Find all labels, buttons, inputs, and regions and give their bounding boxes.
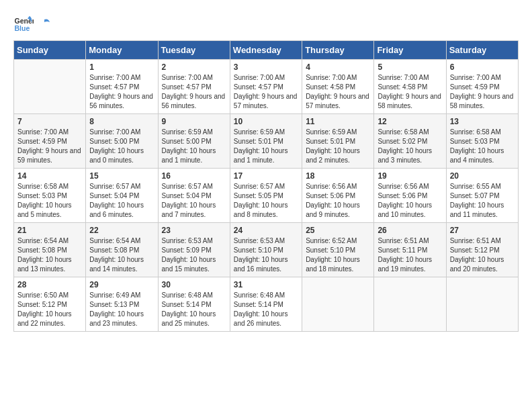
header-day-saturday: Saturday xyxy=(446,41,518,60)
calendar-cell xyxy=(14,60,86,114)
calendar-cell: 2Sunrise: 7:00 AMSunset: 4:57 PMDaylight… xyxy=(158,60,230,114)
day-info: Sunrise: 6:51 AMSunset: 5:12 PMDaylight:… xyxy=(450,236,515,274)
day-number: 27 xyxy=(450,226,515,235)
day-info: Sunrise: 6:51 AMSunset: 5:11 PMDaylight:… xyxy=(378,236,442,274)
calendar-cell: 14Sunrise: 6:58 AMSunset: 5:03 PMDayligh… xyxy=(14,169,86,223)
logo-bird-icon xyxy=(38,17,51,30)
day-info: Sunrise: 6:54 AMSunset: 5:08 PMDaylight:… xyxy=(89,236,154,274)
day-number: 21 xyxy=(17,226,82,235)
calendar-cell: 12Sunrise: 6:58 AMSunset: 5:02 PMDayligh… xyxy=(374,114,446,169)
day-number: 8 xyxy=(89,117,154,126)
calendar-week-row: 1Sunrise: 7:00 AMSunset: 4:57 PMDaylight… xyxy=(14,60,519,114)
calendar-table: SundayMondayTuesdayWednesdayThursdayFrid… xyxy=(13,40,519,332)
calendar-cell: 24Sunrise: 6:53 AMSunset: 5:10 PMDayligh… xyxy=(230,223,302,277)
day-info: Sunrise: 6:53 AMSunset: 5:09 PMDaylight:… xyxy=(162,236,226,274)
day-info: Sunrise: 7:00 AMSunset: 4:57 PMDaylight:… xyxy=(234,73,298,111)
day-info: Sunrise: 6:59 AMSunset: 5:01 PMDaylight:… xyxy=(234,128,298,165)
calendar-cell: 16Sunrise: 6:57 AMSunset: 5:04 PMDayligh… xyxy=(158,169,230,223)
header-day-monday: Monday xyxy=(86,41,158,60)
day-number: 19 xyxy=(378,171,442,181)
calendar-cell xyxy=(302,277,374,332)
calendar-cell: 18Sunrise: 6:56 AMSunset: 5:06 PMDayligh… xyxy=(302,169,374,223)
logo: General Blue xyxy=(13,13,51,34)
day-info: Sunrise: 6:58 AMSunset: 5:03 PMDaylight:… xyxy=(17,182,82,220)
calendar-header-row: SundayMondayTuesdayWednesdayThursdayFrid… xyxy=(14,41,519,60)
calendar-week-row: 7Sunrise: 7:00 AMSunset: 4:59 PMDaylight… xyxy=(14,114,519,169)
day-number: 7 xyxy=(17,117,82,126)
day-number: 11 xyxy=(306,117,370,126)
day-number: 5 xyxy=(378,62,442,72)
day-info: Sunrise: 7:00 AMSunset: 5:00 PMDaylight:… xyxy=(89,128,154,165)
calendar-cell: 28Sunrise: 6:50 AMSunset: 5:12 PMDayligh… xyxy=(14,277,86,332)
day-info: Sunrise: 6:48 AMSunset: 5:14 PMDaylight:… xyxy=(234,291,298,328)
calendar-week-row: 28Sunrise: 6:50 AMSunset: 5:12 PMDayligh… xyxy=(14,277,519,332)
day-info: Sunrise: 6:54 AMSunset: 5:08 PMDaylight:… xyxy=(17,236,82,274)
day-number: 2 xyxy=(162,62,226,72)
day-number: 12 xyxy=(378,117,442,126)
day-number: 1 xyxy=(89,62,154,72)
day-number: 18 xyxy=(306,171,370,181)
header-day-sunday: Sunday xyxy=(14,41,86,60)
calendar-cell: 26Sunrise: 6:51 AMSunset: 5:11 PMDayligh… xyxy=(374,223,446,277)
calendar-cell: 15Sunrise: 6:57 AMSunset: 5:04 PMDayligh… xyxy=(86,169,158,223)
calendar-cell: 25Sunrise: 6:52 AMSunset: 5:10 PMDayligh… xyxy=(302,223,374,277)
day-info: Sunrise: 6:55 AMSunset: 5:07 PMDaylight:… xyxy=(450,182,515,220)
logo-icon: General Blue xyxy=(13,13,34,34)
calendar-cell: 7Sunrise: 7:00 AMSunset: 4:59 PMDaylight… xyxy=(14,114,86,169)
day-info: Sunrise: 6:53 AMSunset: 5:10 PMDaylight:… xyxy=(234,236,298,274)
calendar-cell: 31Sunrise: 6:48 AMSunset: 5:14 PMDayligh… xyxy=(230,277,302,332)
day-number: 25 xyxy=(306,226,370,235)
calendar-cell: 17Sunrise: 6:57 AMSunset: 5:05 PMDayligh… xyxy=(230,169,302,223)
calendar-cell: 30Sunrise: 6:48 AMSunset: 5:14 PMDayligh… xyxy=(158,277,230,332)
day-info: Sunrise: 6:57 AMSunset: 5:04 PMDaylight:… xyxy=(89,182,154,220)
svg-text:Blue: Blue xyxy=(15,24,30,32)
day-info: Sunrise: 6:56 AMSunset: 5:06 PMDaylight:… xyxy=(306,182,370,220)
calendar-cell: 21Sunrise: 6:54 AMSunset: 5:08 PMDayligh… xyxy=(14,223,86,277)
day-number: 16 xyxy=(162,171,226,181)
day-info: Sunrise: 7:00 AMSunset: 4:59 PMDaylight:… xyxy=(17,128,82,165)
day-number: 9 xyxy=(162,117,226,126)
day-info: Sunrise: 7:00 AMSunset: 4:59 PMDaylight:… xyxy=(450,73,515,111)
day-number: 17 xyxy=(234,171,298,181)
day-info: Sunrise: 6:59 AMSunset: 5:01 PMDaylight:… xyxy=(306,128,370,165)
day-number: 24 xyxy=(234,226,298,235)
day-number: 31 xyxy=(234,280,298,289)
day-number: 30 xyxy=(162,280,226,289)
calendar-cell xyxy=(446,277,518,332)
calendar-cell: 27Sunrise: 6:51 AMSunset: 5:12 PMDayligh… xyxy=(446,223,518,277)
calendar-cell: 5Sunrise: 7:00 AMSunset: 4:58 PMDaylight… xyxy=(374,60,446,114)
day-number: 13 xyxy=(450,117,515,126)
day-number: 29 xyxy=(89,280,154,289)
day-info: Sunrise: 6:52 AMSunset: 5:10 PMDaylight:… xyxy=(306,236,370,274)
calendar-cell: 10Sunrise: 6:59 AMSunset: 5:01 PMDayligh… xyxy=(230,114,302,169)
header-day-friday: Friday xyxy=(374,41,446,60)
page-container: General Blue Sunday xyxy=(13,13,519,332)
day-info: Sunrise: 6:58 AMSunset: 5:02 PMDaylight:… xyxy=(378,128,442,165)
day-number: 20 xyxy=(450,171,515,181)
calendar-cell: 4Sunrise: 7:00 AMSunset: 4:58 PMDaylight… xyxy=(302,60,374,114)
calendar-cell: 19Sunrise: 6:56 AMSunset: 5:06 PMDayligh… xyxy=(374,169,446,223)
day-number: 28 xyxy=(17,280,82,289)
calendar-cell: 22Sunrise: 6:54 AMSunset: 5:08 PMDayligh… xyxy=(86,223,158,277)
day-info: Sunrise: 6:57 AMSunset: 5:04 PMDaylight:… xyxy=(162,182,226,220)
day-info: Sunrise: 7:00 AMSunset: 4:58 PMDaylight:… xyxy=(306,73,370,111)
calendar-cell: 9Sunrise: 6:59 AMSunset: 5:00 PMDaylight… xyxy=(158,114,230,169)
calendar-cell: 8Sunrise: 7:00 AMSunset: 5:00 PMDaylight… xyxy=(86,114,158,169)
calendar-cell xyxy=(374,277,446,332)
header-day-tuesday: Tuesday xyxy=(158,41,230,60)
day-number: 22 xyxy=(89,226,154,235)
calendar-cell: 29Sunrise: 6:49 AMSunset: 5:13 PMDayligh… xyxy=(86,277,158,332)
calendar-week-row: 21Sunrise: 6:54 AMSunset: 5:08 PMDayligh… xyxy=(14,223,519,277)
day-info: Sunrise: 6:56 AMSunset: 5:06 PMDaylight:… xyxy=(378,182,442,220)
day-info: Sunrise: 7:00 AMSunset: 4:58 PMDaylight:… xyxy=(378,73,442,111)
day-info: Sunrise: 6:48 AMSunset: 5:14 PMDaylight:… xyxy=(162,291,226,328)
day-number: 4 xyxy=(306,62,370,72)
header-day-thursday: Thursday xyxy=(302,41,374,60)
day-info: Sunrise: 6:57 AMSunset: 5:05 PMDaylight:… xyxy=(234,182,298,220)
calendar-cell: 3Sunrise: 7:00 AMSunset: 4:57 PMDaylight… xyxy=(230,60,302,114)
day-number: 10 xyxy=(234,117,298,126)
calendar-cell: 1Sunrise: 7:00 AMSunset: 4:57 PMDaylight… xyxy=(86,60,158,114)
calendar-cell: 20Sunrise: 6:55 AMSunset: 5:07 PMDayligh… xyxy=(446,169,518,223)
day-number: 14 xyxy=(17,171,82,181)
day-info: Sunrise: 6:50 AMSunset: 5:12 PMDaylight:… xyxy=(17,291,82,328)
